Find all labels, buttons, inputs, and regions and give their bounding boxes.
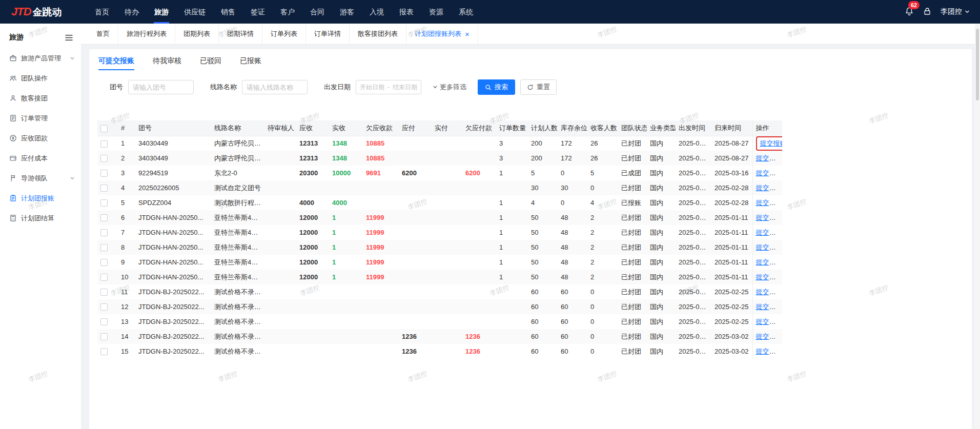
submit-report-link[interactable]: 提交报账 [756,214,783,221]
row-checkbox[interactable] [100,170,108,177]
user-name: 李团控 [941,7,962,16]
nav-item-11[interactable]: 报表 [392,0,421,24]
submit-report-link[interactable]: 提交报账 [756,318,783,325]
sidebar-item[interactable]: 团队操作 [0,68,81,88]
table-row: 14JTDGN-BJ-2025022...测试价格不录入完全1236123660… [97,329,782,344]
submit-report-link[interactable]: 提交报账 [756,288,783,296]
submit-report-link[interactable]: 提交报账 [756,229,783,236]
breadcrumb-tab[interactable]: 旅游行程列表 [118,24,175,44]
submit-report-link[interactable]: 提交报账 [756,169,783,177]
cell-cb [97,225,118,240]
cell-group: JTDGN-BJ-2025022... [135,314,211,329]
cell-pay_owed [462,270,496,284]
user-menu[interactable]: 李团控 [941,7,970,16]
breadcrumb-tab[interactable]: 订单列表 [262,24,306,44]
col-header-action: 操作 [752,120,782,136]
row-checkbox[interactable] [100,274,108,281]
chevron-down-icon [70,56,75,61]
row-checkbox[interactable] [100,199,108,207]
nav-item-4[interactable]: 供应链 [176,0,213,24]
sidebar-item[interactable]: 计划团结算 [0,208,81,228]
nav-item-3[interactable]: 旅游 [147,0,176,24]
submit-report-link[interactable]: 提交报账 [756,258,783,266]
row-checkbox[interactable] [100,214,108,221]
breadcrumb-tab[interactable]: 首页 [88,24,118,44]
sidebar-item[interactable]: 导游领队 [0,168,81,188]
breadcrumb-tab[interactable]: 散客接团列表 [350,24,406,44]
cell-biz: 国内 [647,284,676,299]
select-all-checkbox[interactable] [100,125,108,132]
submit-report-link[interactable]: 提交报账 [756,243,783,251]
submit-report-link[interactable]: 提交报账 [756,273,783,281]
row-checkbox[interactable] [100,185,108,192]
breadcrumb-tab[interactable]: 团期详情 [219,24,262,44]
nav-item-13[interactable]: 系统 [451,0,481,24]
cell-recv: 12000 [296,210,329,225]
cell-route: 亚特兰蒂斯4日3晚私... [211,225,264,240]
cell-cb [97,284,118,299]
date-range-picker[interactable]: 开始日期 - 结束日期 [356,80,421,94]
row-checkbox[interactable] [100,244,108,251]
row-checkbox[interactable] [100,333,108,340]
nav-item-6[interactable]: 签证 [243,0,273,24]
payable-icon [9,154,17,162]
nav-item-1[interactable]: 首页 [87,0,117,24]
submit-report-link[interactable]: 提交报账 [756,348,783,355]
breadcrumb-tab[interactable]: 计划团报账列表× [406,24,478,44]
tab-1[interactable]: 可提交报账 [98,56,134,70]
cell-group: JTDGN-BJ-2025022... [135,329,211,344]
tab-3[interactable]: 已驳回 [200,56,221,70]
table-row: 9JTDGN-HAN-20250...亚特兰蒂斯4日3晚私...12000111… [97,255,782,270]
tab-2[interactable]: 待我审核 [153,56,181,70]
nav-item-7[interactable]: 客户 [273,0,302,24]
nav-item-9[interactable]: 游客 [332,0,362,24]
cell-action: 提交报账 [752,284,782,299]
nav-item-10[interactable]: 入境 [362,0,392,24]
cell-reviewer [264,314,296,329]
row-checkbox[interactable] [100,155,108,162]
submit-report-link[interactable]: 提交报账 [760,139,783,147]
group-no-input[interactable] [128,80,194,94]
lock-screen-button[interactable] [923,7,931,17]
route-name-input[interactable] [242,80,308,94]
notification-bell-button[interactable]: 62 [905,7,914,17]
route-name-label: 线路名称 [210,83,237,92]
row-checkbox[interactable] [100,348,108,355]
breadcrumb-tab[interactable]: 团期列表 [175,24,219,44]
cell-depart: 2025-01-08 [676,270,711,284]
sidebar-item[interactable]: 订单管理 [0,108,81,128]
sidebar-item[interactable]: 应收团款 [0,128,81,148]
submit-report-link[interactable]: 提交报账 [756,333,783,340]
row-checkbox[interactable] [100,259,108,266]
submit-report-link[interactable]: 提交报账 [756,303,783,311]
cell-action: 提交报账 [752,329,782,344]
search-button[interactable]: 搜索 [478,79,515,95]
cell-return: 2025-01-11 [711,210,752,225]
nav-item-12[interactable]: 资源 [421,0,451,24]
close-tab-icon[interactable]: × [465,30,469,38]
row-checkbox[interactable] [100,229,108,236]
sidebar-item[interactable]: 应付成本 [0,148,81,168]
row-checkbox[interactable] [100,318,108,325]
cell-return: 2025-02-25 [711,314,752,329]
submit-report-link[interactable]: 提交报账 [756,184,783,192]
cell-status: 已封团 [618,314,647,329]
more-filters-toggle[interactable]: 更多筛选 [433,83,466,92]
reset-button[interactable]: 重置 [520,79,557,95]
nav-item-5[interactable]: 销售 [213,0,243,24]
report-icon [9,194,17,202]
scrollbar-thumb[interactable] [976,29,979,100]
submit-report-link[interactable]: 提交报账 [756,199,783,207]
row-checkbox[interactable] [100,140,108,148]
sidebar-item[interactable]: 散客接团 [0,88,81,108]
collapse-menu-icon[interactable] [65,34,73,41]
sidebar-item[interactable]: 旅游产品管理 [0,48,81,68]
tab-4[interactable]: 已报账 [240,56,261,70]
nav-item-2[interactable]: 待办 [117,0,147,24]
breadcrumb-tab[interactable]: 订单详情 [306,24,350,44]
sidebar-item[interactable]: 计划团报账 [0,188,81,208]
row-checkbox[interactable] [100,303,108,311]
nav-item-8[interactable]: 合同 [302,0,332,24]
submit-report-link[interactable]: 提交报账 [756,154,783,162]
row-checkbox[interactable] [100,289,108,296]
